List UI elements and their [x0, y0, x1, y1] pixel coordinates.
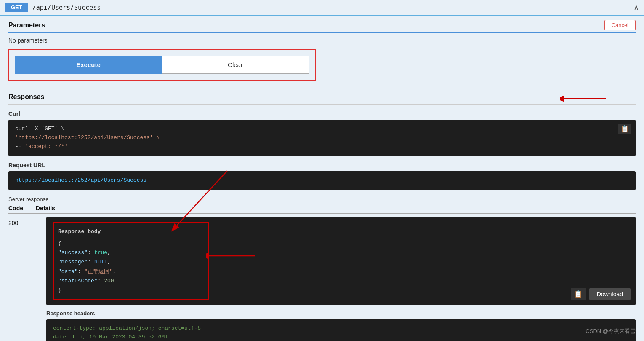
details-col-header: Details	[36, 205, 55, 212]
no-params-text: No parameters	[8, 37, 636, 44]
response-headers-section: Response headers content-type: applicati…	[46, 310, 636, 341]
response-headers-code-block: content-type: application/json; charset=…	[46, 319, 636, 341]
response-details: Response body { "success": true, "messag…	[46, 217, 636, 341]
watermark: CSDN @今夜来看雪	[585, 328, 636, 335]
parameters-section: Parameters Cancel No parameters Execute …	[0, 16, 644, 89]
request-url-value: https://localhost:7252/api/Users/Success	[15, 177, 146, 183]
response-header-line1: content-type: application/json; charset=…	[53, 325, 201, 331]
clear-button[interactable]: Clear	[162, 56, 309, 74]
response-row-200: 200 Response body { "success": true, "me…	[8, 217, 636, 341]
download-button[interactable]: Download	[589, 288, 631, 300]
response-body-highlighted-box: Response body { "success": true, "messag…	[53, 222, 209, 300]
collapse-icon[interactable]: ∧	[633, 3, 639, 12]
server-response-label: Server response	[8, 196, 636, 202]
arrow-annotation-1	[560, 94, 610, 104]
responses-section: Responses Curl curl -X 'GET' \ 'https://…	[0, 89, 644, 341]
request-url-label: Request URL	[8, 162, 636, 169]
response-headers-label: Response headers	[46, 310, 636, 317]
request-url-code-block: https://localhost:7252/api/Users/Success	[8, 171, 636, 190]
method-badge: GET	[5, 3, 28, 12]
curl-copy-button[interactable]: 📋	[618, 124, 631, 134]
response-body-label: Response body	[58, 227, 204, 236]
curl-line3-accept: 'accept: */*'	[25, 143, 67, 150]
response-code-value: 200	[8, 217, 34, 226]
response-header-line2: date: Fri, 10 Mar 2023 04:39:52 GMT	[53, 334, 168, 340]
arrow-annotation-2	[206, 251, 257, 261]
response-copy-button[interactable]: 📋	[571, 288, 586, 300]
endpoint-text: /api/Users/Success	[32, 4, 101, 11]
curl-line2: 'https://localhost:7252/api/Users/Succes…	[15, 134, 160, 141]
response-action-buttons: 📋 Download	[571, 288, 631, 300]
curl-label: Curl	[8, 110, 636, 117]
responses-header: Responses	[8, 93, 636, 105]
execute-button[interactable]: Execute	[15, 56, 162, 74]
parameters-header: Parameters Cancel	[8, 20, 636, 33]
code-col-header: Code	[8, 205, 23, 212]
responses-title: Responses	[8, 93, 44, 100]
response-body-json: { "success": true, "message": null, "dat…	[58, 239, 204, 295]
response-body-full-area: Response body { "success": true, "messag…	[46, 217, 636, 305]
curl-line1: curl -X 'GET' \	[15, 126, 64, 132]
response-table-header: Code Details	[8, 205, 636, 214]
parameters-title: Parameters	[8, 21, 45, 29]
curl-code-block: curl -X 'GET' \ 'https://localhost:7252/…	[8, 120, 636, 156]
svg-line-5	[177, 171, 227, 226]
cancel-button[interactable]: Cancel	[604, 20, 636, 30]
execute-area: Execute Clear	[8, 49, 316, 81]
api-header-bar: GET /api/Users/Success ∧	[0, 0, 644, 16]
